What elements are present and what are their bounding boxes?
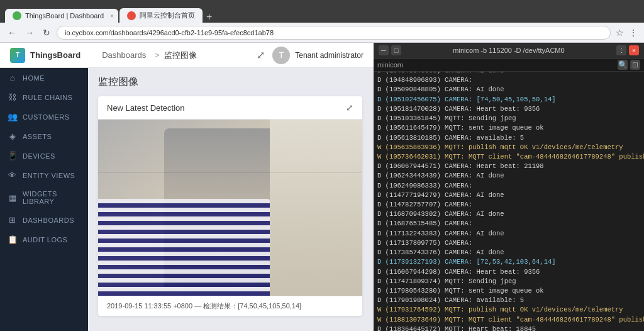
terminal-line: D (117471809374) MQTT: Sending jpeg — [377, 277, 640, 286]
tab1-favicon — [13, 11, 21, 20]
detection-panel-title: New Latest Detection — [107, 103, 185, 113]
terminal-line: D (116876515485) CAMERA: — [377, 219, 640, 228]
tab1-close[interactable]: × — [110, 13, 114, 20]
app-wrapper: T ThingsBoard Dashboards > 监控图像 ⤢ T Tena… — [0, 43, 644, 331]
browser-tab-1[interactable]: ThingsBoard | Dashboard × — [5, 9, 118, 23]
expand-button[interactable]: ⤢ — [254, 47, 267, 64]
sidebar-item-customers[interactable]: 👥 CUSTOMERS — [0, 107, 88, 126]
terminal-body[interactable]: D (102419764581) CAMERA:D (102671049525)… — [374, 72, 644, 331]
bookmark-icon[interactable]: ☆ — [614, 26, 625, 39]
terminal-line: D (105181470028) CAMERA: Heart beat: 935… — [377, 104, 640, 114]
app-header: T ThingsBoard Dashboards > 监控图像 ⤢ T Tena… — [0, 43, 374, 68]
header-nav: Dashboards > 监控图像 — [98, 49, 197, 61]
home-icon: ⌂ — [8, 73, 18, 82]
address-input[interactable] — [57, 26, 611, 40]
page-title: 监控图像 — [98, 76, 364, 89]
terminal-line: D (106243443439) CAMERA: AI done — [377, 171, 640, 181]
sidebar-item-devices[interactable]: 📱 DEVICES — [0, 146, 88, 166]
sidebar-item-entity-views[interactable]: 👁 ENTITY VIEWS — [0, 166, 88, 185]
devices-icon: 📱 — [8, 151, 18, 160]
terminal-copy-icon[interactable]: ⊡ — [630, 60, 640, 70]
rule-chains-icon: ⛓ — [8, 93, 18, 102]
tab2-favicon — [127, 11, 136, 20]
terminal-line: W (118813073649) MQTT: MQTT client "cam-… — [377, 315, 640, 325]
terminal-right-controls: ⋮ × — [616, 45, 639, 55]
terminal-line: D (118364645172) MQTT: Heart beat: 18845 — [377, 325, 640, 331]
sidebar-item-assets[interactable]: ◈ ASSETS — [0, 126, 88, 146]
terminal-line: D (116067944298) CAMERA: Heart beat: 935… — [377, 267, 640, 277]
sidebar-item-label-home: HOME — [23, 74, 45, 82]
app-logo-text: ThingsBoard — [30, 50, 80, 60]
terminal-line: D (117901908024) CAMERA: available: 5 — [377, 296, 640, 305]
sidebar-item-audit-logs[interactable]: 📋 AUDIT LOGS — [0, 230, 88, 249]
terminal-line: D (117132243383) CAMERA: AI done — [377, 229, 640, 238]
terminal-line: D (105090848805) CAMERA: AI done — [377, 85, 640, 94]
detection-footer: 2019-09-15 11:33:55 +0800 — 检测结果：[74,50,… — [98, 296, 362, 316]
terminal-line: D (106067944571) CAMERA: Heart beat: 211… — [377, 162, 640, 171]
terminal-line: D (106249086333) CAMERA: — [377, 181, 640, 191]
terminal-search-icon[interactable]: 🔍 — [618, 60, 628, 70]
terminal-settings-icon[interactable]: ⋮ — [616, 45, 626, 55]
terminal-maximize-button[interactable]: □ — [391, 45, 401, 55]
sidebar-item-label-dashboards: DASHBOARDS — [23, 216, 74, 224]
panel-expand-icon[interactable]: ⤢ — [346, 103, 353, 113]
forward-button[interactable]: → — [23, 26, 36, 39]
terminal-line: W (105736462031) MQTT: MQTT client "cam-… — [377, 152, 640, 162]
sidebar-item-label-assets: ASSETS — [23, 133, 52, 140]
audit-logs-icon: 📋 — [8, 235, 18, 244]
terminal-line: D (105103361845) MQTT: Sending jpeg — [377, 114, 640, 123]
widgets-icon: ▦ — [8, 193, 18, 203]
app-logo-icon: T — [10, 48, 25, 63]
user-avatar: T — [272, 47, 290, 64]
address-bar-row: ← → ↻ ☆ ⋮ — [0, 23, 644, 43]
detection-panel: New Latest Detection ⤢ 2019-09-15 11:33:… — [98, 96, 362, 316]
tab2-label: 阿里云控制台首页 — [140, 11, 195, 20]
terminal-window: ─ □ minicom -b 115200 -D /dev/ttyACM0 ⋮ … — [374, 43, 644, 331]
detection-panel-header: New Latest Detection ⤢ — [98, 96, 362, 120]
nav-dashboards[interactable]: Dashboards — [98, 49, 150, 61]
toolbar-icons: ☆ ⋮ — [614, 26, 639, 39]
sidebar-item-rule-chains[interactable]: ⛓ RULE CHAINS — [0, 87, 88, 107]
sidebar-item-label-audit-logs: AUDIT LOGS — [23, 236, 67, 244]
entity-views-icon: 👁 — [8, 171, 18, 180]
terminal-line: W (105635863936) MQTT: publish mqtt OK v… — [377, 143, 640, 152]
terminal-line: W (117931764592) MQTT: publish mqtt OK v… — [377, 305, 640, 315]
terminal-title: minicom -b 115200 -D /dev/ttyACM0 — [401, 47, 616, 54]
terminal-search-label: minicom — [377, 61, 403, 69]
sidebar-item-widgets-library[interactable]: ▦ WIDGETS LIBRARY — [0, 185, 88, 210]
terminal-line: D (104848906893) CAMERA: — [377, 76, 640, 85]
extensions-icon[interactable]: ⋮ — [628, 26, 639, 39]
terminal-line: D (116870943302) CAMERA: AI done — [377, 210, 640, 219]
sidebar-item-home[interactable]: ⌂ HOME — [0, 68, 88, 87]
terminal-line: D (117391327193) CAMERA: [72,53,42,103,6… — [377, 257, 640, 267]
browser-chrome: ThingsBoard | Dashboard × 阿里云控制台首页 + — [0, 0, 644, 23]
back-button[interactable]: ← — [5, 26, 19, 39]
detection-image — [98, 120, 362, 296]
terminal-line: D (105102456075) CAMERA: [74,50,45,105,5… — [377, 95, 640, 104]
terminal-line: D (114782757707) CAMERA: — [377, 200, 640, 210]
browser-tabs: ThingsBoard | Dashboard × 阿里云控制台首页 + — [5, 0, 212, 23]
sidebar-item-label-widgets: WIDGETS LIBRARY — [23, 190, 80, 205]
terminal-minimize-button[interactable]: ─ — [379, 45, 389, 55]
terminal-line: D (117980543280) MQTT: sent image queue … — [377, 286, 640, 296]
sidebar-item-dashboards[interactable]: ⊞ DASHBOARDS — [0, 210, 88, 230]
terminal-close-button[interactable]: × — [629, 45, 639, 55]
nav-separator: > — [155, 51, 159, 60]
reload-button[interactable]: ↻ — [40, 26, 53, 39]
sidebar: ⌂ HOME ⛓ RULE CHAINS 👥 CUSTOMERS ◈ ASSET… — [0, 68, 88, 331]
browser-tab-2[interactable]: 阿里云控制台首页 — [119, 8, 203, 23]
terminal-line: D (105613810185) CAMERA: available: 5 — [377, 133, 640, 143]
main-content: 监控图像 New Latest Detection ⤢ — [88, 68, 374, 331]
terminal-line: D (105611645479) MQTT: sent image queue … — [377, 123, 640, 133]
terminal-line: D (114777194279) CAMERA: AI done — [377, 191, 640, 200]
terminal-line: D (117385743376) CAMERA: AI done — [377, 248, 640, 257]
nav-current: 监控图像 — [164, 50, 197, 61]
terminal-line: D (117137809775) CAMERA: — [377, 238, 640, 248]
dashboards-icon: ⊞ — [8, 215, 18, 225]
terminal-search-bar: minicom 🔍 ⊡ — [374, 59, 644, 72]
new-tab-button[interactable]: + — [206, 11, 212, 23]
terminal-controls: ─ □ — [379, 45, 401, 55]
sidebar-item-label-devices: DEVICES — [23, 152, 55, 160]
tab1-label: ThingsBoard | Dashboard — [25, 12, 104, 20]
sidebar-item-label-customers: CUSTOMERS — [23, 113, 70, 121]
